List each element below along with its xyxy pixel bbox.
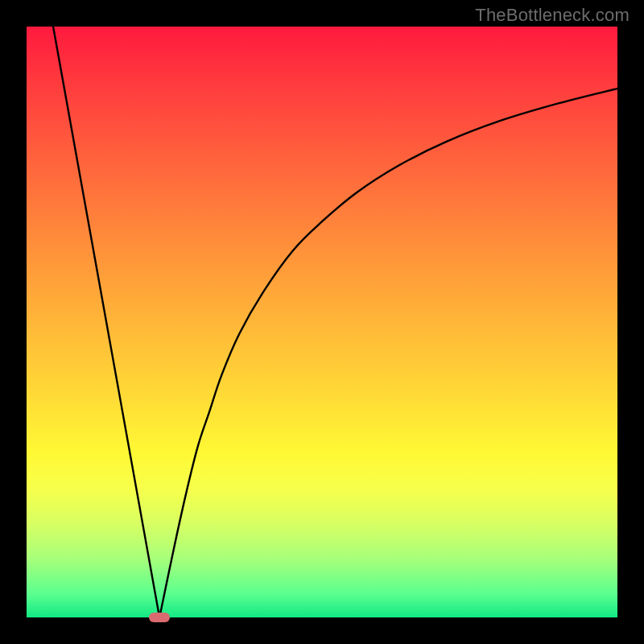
plot-area (27, 27, 617, 617)
bottleneck-curve-left (53, 27, 159, 617)
chart-frame: TheBottleneck.com (0, 0, 644, 644)
optimal-point-marker (149, 613, 170, 622)
watermark-text: TheBottleneck.com (475, 5, 630, 26)
curve-layer (27, 27, 617, 617)
bottleneck-curve-right (159, 89, 617, 617)
